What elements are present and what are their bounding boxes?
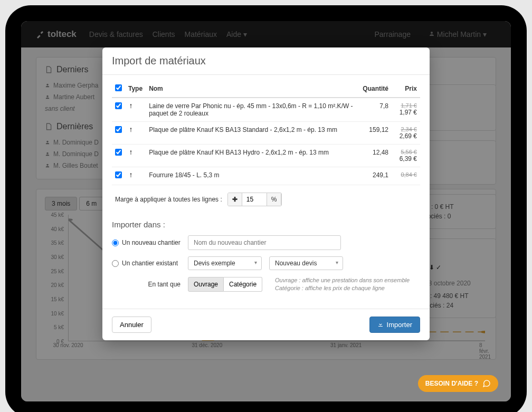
col-prix: Prix (392, 80, 420, 98)
material-name: Laine de verre Par Phonic nu - ép. 45 mm… (146, 98, 358, 122)
material-name: Fourrure 18/45 - L. 5,3 m (146, 167, 358, 185)
plus-icon[interactable]: ✚ (228, 193, 242, 206)
new-chantier-input[interactable] (188, 235, 341, 250)
material-icon (125, 122, 146, 145)
margin-label: Marge à appliquer à toutes les lignes : (115, 196, 222, 203)
table-row: Laine de verre Par Phonic nu - ép. 45 mm… (112, 98, 420, 122)
seg-categorie[interactable]: Catégorie (224, 277, 262, 292)
row-check[interactable] (115, 171, 122, 178)
row-check[interactable] (115, 102, 122, 109)
table-row: Plaque de plâtre Knauf KS BA13 Standard … (112, 122, 420, 145)
as-label: En tant que (112, 281, 180, 288)
row-check[interactable] (115, 126, 122, 133)
import-section-label: Importer dans : (112, 220, 420, 229)
material-qty: 249,1 (358, 167, 392, 185)
table-row: Fourrure 18/45 - L. 5,3 m249,10,84 € (112, 167, 420, 185)
material-price: 1,71 €1,97 € (392, 98, 420, 122)
download-icon (377, 321, 384, 328)
material-qty: 12,48 (358, 145, 392, 167)
modal-title: Import de matériaux (102, 47, 430, 75)
materials-table: Type Nom Quantité Prix Laine de verre Pa… (112, 80, 420, 185)
seg-ouvrage[interactable]: Ouvrage (188, 277, 224, 292)
material-name: Plaque de plâtre Knauf KS BA13 Standard … (146, 122, 358, 145)
cancel-button[interactable]: Annuler (112, 317, 151, 333)
row-check[interactable] (115, 149, 122, 156)
tablet-frame: tolteck Devis & factures Clients Matéria… (5, 5, 527, 412)
material-price: 5,56 €6,39 € (392, 145, 420, 167)
material-price: 2,34 €2,69 € (392, 122, 420, 145)
check-all[interactable] (115, 84, 122, 91)
col-type: Type (125, 80, 146, 98)
material-qty: 7,8 (358, 98, 392, 122)
radio-existing-chantier[interactable]: Un chantier existant (112, 260, 180, 267)
screen: tolteck Devis & factures Clients Matéria… (21, 21, 511, 401)
margin-input[interactable] (242, 193, 267, 206)
import-button[interactable]: Importer (369, 317, 420, 333)
margin-input-group: ✚ % (227, 193, 282, 206)
material-icon (125, 145, 146, 167)
select-devis[interactable]: Nouveau devis (269, 256, 343, 270)
help-button[interactable]: BESOIN D'AIDE ? (418, 375, 498, 392)
radio-new-chantier[interactable]: Un nouveau chantier (112, 239, 180, 246)
hint-text: Ouvrage : affiche une prestation dans so… (275, 276, 420, 293)
col-nom: Nom (146, 80, 358, 98)
material-qty: 159,12 (358, 122, 392, 145)
import-modal: Import de matériaux Type Nom Quantité Pr… (102, 47, 430, 340)
col-qte: Quantité (358, 80, 392, 98)
table-row: Plaque de plâtre Knauf KH BA13 Hydro - 2… (112, 145, 420, 167)
as-toggle: Ouvrage Catégorie (188, 277, 262, 292)
material-icon (125, 167, 146, 185)
material-name: Plaque de plâtre Knauf KH BA13 Hydro - 2… (146, 145, 358, 167)
margin-unit: % (267, 193, 282, 206)
chat-icon (482, 379, 491, 388)
select-chantier[interactable]: Devis exemple (188, 256, 262, 270)
material-price: 0,84 € (392, 167, 420, 185)
material-icon (125, 98, 146, 122)
